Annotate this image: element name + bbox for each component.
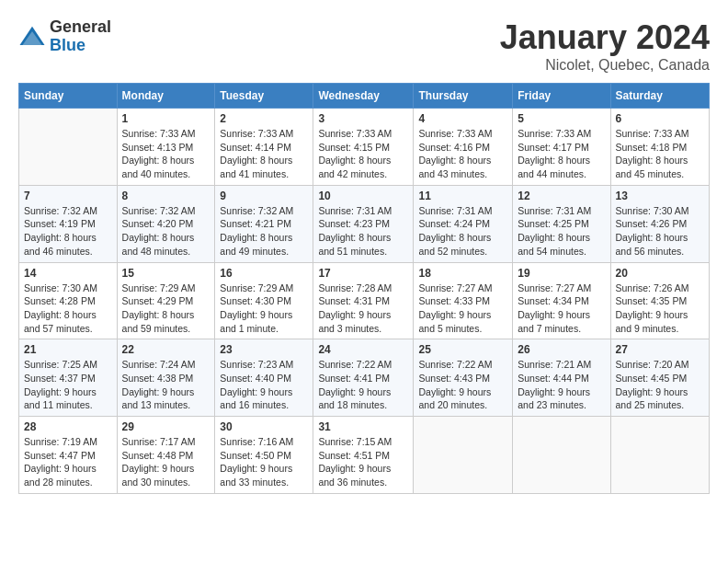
calendar-cell: 19Sunrise: 7:27 AM Sunset: 4:34 PM Dayli… bbox=[513, 262, 610, 339]
logo: General Blue bbox=[18, 18, 111, 55]
column-header-tuesday: Tuesday bbox=[215, 84, 313, 109]
title-block: January 2024 Nicolet, Quebec, Canada bbox=[500, 18, 710, 74]
day-number: 23 bbox=[220, 343, 308, 356]
day-number: 4 bbox=[418, 112, 507, 125]
column-header-monday: Monday bbox=[117, 84, 215, 109]
day-number: 17 bbox=[318, 267, 408, 280]
subtitle: Nicolet, Quebec, Canada bbox=[500, 57, 710, 74]
column-header-thursday: Thursday bbox=[414, 84, 513, 109]
calendar-cell: 9Sunrise: 7:32 AM Sunset: 4:21 PM Daylig… bbox=[215, 185, 313, 262]
day-number: 22 bbox=[122, 343, 210, 356]
day-number: 7 bbox=[24, 190, 112, 202]
day-number: 1 bbox=[122, 112, 210, 125]
day-number: 6 bbox=[616, 112, 705, 125]
day-info: Sunrise: 7:27 AM Sunset: 4:34 PM Dayligh… bbox=[518, 282, 605, 336]
calendar-cell: 28Sunrise: 7:19 AM Sunset: 4:47 PM Dayli… bbox=[19, 417, 118, 494]
calendar-cell: 30Sunrise: 7:16 AM Sunset: 4:50 PM Dayli… bbox=[215, 417, 313, 494]
day-info: Sunrise: 7:32 AM Sunset: 4:21 PM Dayligh… bbox=[220, 204, 308, 259]
calendar-cell: 21Sunrise: 7:25 AM Sunset: 4:37 PM Dayli… bbox=[19, 339, 118, 417]
day-number: 2 bbox=[220, 112, 308, 125]
day-info: Sunrise: 7:27 AM Sunset: 4:33 PM Dayligh… bbox=[418, 282, 507, 336]
calendar-cell: 17Sunrise: 7:28 AM Sunset: 4:31 PM Dayli… bbox=[313, 262, 414, 339]
calendar-cell bbox=[414, 417, 513, 494]
day-info: Sunrise: 7:20 AM Sunset: 4:45 PM Dayligh… bbox=[616, 358, 705, 412]
day-number: 28 bbox=[24, 420, 112, 433]
day-info: Sunrise: 7:22 AM Sunset: 4:43 PM Dayligh… bbox=[418, 358, 507, 412]
calendar-cell: 5Sunrise: 7:33 AM Sunset: 4:17 PM Daylig… bbox=[513, 109, 610, 186]
day-number: 25 bbox=[418, 343, 507, 356]
logo-general-text: General bbox=[50, 18, 111, 37]
day-info: Sunrise: 7:24 AM Sunset: 4:38 PM Dayligh… bbox=[122, 358, 210, 412]
day-info: Sunrise: 7:33 AM Sunset: 4:18 PM Dayligh… bbox=[616, 127, 705, 181]
day-info: Sunrise: 7:31 AM Sunset: 4:24 PM Dayligh… bbox=[418, 204, 507, 259]
calendar-cell: 25Sunrise: 7:22 AM Sunset: 4:43 PM Dayli… bbox=[414, 339, 513, 417]
week-row-5: 28Sunrise: 7:19 AM Sunset: 4:47 PM Dayli… bbox=[19, 417, 710, 494]
day-info: Sunrise: 7:19 AM Sunset: 4:47 PM Dayligh… bbox=[24, 435, 112, 489]
calendar-cell: 12Sunrise: 7:31 AM Sunset: 4:25 PM Dayli… bbox=[513, 185, 610, 262]
day-number: 19 bbox=[518, 267, 605, 280]
day-number: 31 bbox=[318, 420, 408, 433]
day-number: 8 bbox=[122, 190, 210, 202]
page-header: General Blue January 2024 Nicolet, Quebe… bbox=[18, 18, 710, 74]
day-number: 24 bbox=[318, 343, 408, 356]
calendar-cell: 10Sunrise: 7:31 AM Sunset: 4:23 PM Dayli… bbox=[313, 185, 414, 262]
calendar-cell: 11Sunrise: 7:31 AM Sunset: 4:24 PM Dayli… bbox=[414, 185, 513, 262]
calendar-cell: 7Sunrise: 7:32 AM Sunset: 4:19 PM Daylig… bbox=[19, 185, 118, 262]
day-number: 27 bbox=[616, 343, 705, 356]
calendar-cell bbox=[19, 109, 118, 186]
day-info: Sunrise: 7:22 AM Sunset: 4:41 PM Dayligh… bbox=[318, 358, 408, 412]
calendar-cell: 27Sunrise: 7:20 AM Sunset: 4:45 PM Dayli… bbox=[610, 339, 710, 417]
day-number: 10 bbox=[318, 190, 408, 202]
day-info: Sunrise: 7:30 AM Sunset: 4:26 PM Dayligh… bbox=[616, 204, 705, 259]
calendar-table: SundayMondayTuesdayWednesdayThursdayFrid… bbox=[18, 83, 710, 494]
day-info: Sunrise: 7:31 AM Sunset: 4:23 PM Dayligh… bbox=[318, 204, 408, 259]
calendar-cell: 3Sunrise: 7:33 AM Sunset: 4:15 PM Daylig… bbox=[313, 109, 414, 186]
day-number: 16 bbox=[220, 267, 308, 280]
day-info: Sunrise: 7:29 AM Sunset: 4:29 PM Dayligh… bbox=[122, 282, 210, 336]
calendar-cell: 15Sunrise: 7:29 AM Sunset: 4:29 PM Dayli… bbox=[117, 262, 215, 339]
week-row-3: 14Sunrise: 7:30 AM Sunset: 4:28 PM Dayli… bbox=[19, 262, 710, 339]
calendar-cell bbox=[610, 417, 710, 494]
calendar-cell: 26Sunrise: 7:21 AM Sunset: 4:44 PM Dayli… bbox=[513, 339, 610, 417]
day-info: Sunrise: 7:32 AM Sunset: 4:19 PM Dayligh… bbox=[24, 204, 112, 259]
week-row-4: 21Sunrise: 7:25 AM Sunset: 4:37 PM Dayli… bbox=[19, 339, 710, 417]
day-number: 15 bbox=[122, 267, 210, 280]
day-info: Sunrise: 7:32 AM Sunset: 4:20 PM Dayligh… bbox=[122, 204, 210, 259]
logo-icon bbox=[18, 23, 46, 51]
day-number: 18 bbox=[418, 267, 507, 280]
day-info: Sunrise: 7:25 AM Sunset: 4:37 PM Dayligh… bbox=[24, 358, 112, 412]
day-number: 30 bbox=[220, 420, 308, 433]
column-header-saturday: Saturday bbox=[610, 84, 710, 109]
logo-text: General Blue bbox=[50, 18, 111, 55]
calendar-cell: 6Sunrise: 7:33 AM Sunset: 4:18 PM Daylig… bbox=[610, 109, 710, 186]
calendar-cell: 4Sunrise: 7:33 AM Sunset: 4:16 PM Daylig… bbox=[414, 109, 513, 186]
week-row-2: 7Sunrise: 7:32 AM Sunset: 4:19 PM Daylig… bbox=[19, 185, 710, 262]
calendar-cell: 22Sunrise: 7:24 AM Sunset: 4:38 PM Dayli… bbox=[117, 339, 215, 417]
day-number: 20 bbox=[616, 267, 705, 280]
column-header-sunday: Sunday bbox=[19, 84, 118, 109]
day-info: Sunrise: 7:33 AM Sunset: 4:17 PM Dayligh… bbox=[518, 127, 605, 181]
day-info: Sunrise: 7:33 AM Sunset: 4:13 PM Dayligh… bbox=[122, 127, 210, 181]
day-info: Sunrise: 7:33 AM Sunset: 4:16 PM Dayligh… bbox=[418, 127, 507, 181]
day-info: Sunrise: 7:31 AM Sunset: 4:25 PM Dayligh… bbox=[518, 204, 605, 259]
calendar-cell: 14Sunrise: 7:30 AM Sunset: 4:28 PM Dayli… bbox=[19, 262, 118, 339]
calendar-cell: 18Sunrise: 7:27 AM Sunset: 4:33 PM Dayli… bbox=[414, 262, 513, 339]
column-header-friday: Friday bbox=[513, 84, 610, 109]
calendar-cell: 1Sunrise: 7:33 AM Sunset: 4:13 PM Daylig… bbox=[117, 109, 215, 186]
day-number: 13 bbox=[616, 190, 705, 202]
day-info: Sunrise: 7:33 AM Sunset: 4:15 PM Dayligh… bbox=[318, 127, 408, 181]
day-info: Sunrise: 7:17 AM Sunset: 4:48 PM Dayligh… bbox=[122, 435, 210, 489]
day-info: Sunrise: 7:29 AM Sunset: 4:30 PM Dayligh… bbox=[220, 282, 308, 336]
day-info: Sunrise: 7:21 AM Sunset: 4:44 PM Dayligh… bbox=[518, 358, 605, 412]
day-info: Sunrise: 7:30 AM Sunset: 4:28 PM Dayligh… bbox=[24, 282, 112, 336]
day-number: 29 bbox=[122, 420, 210, 433]
day-info: Sunrise: 7:16 AM Sunset: 4:50 PM Dayligh… bbox=[220, 435, 308, 489]
calendar-cell: 31Sunrise: 7:15 AM Sunset: 4:51 PM Dayli… bbox=[313, 417, 414, 494]
day-number: 9 bbox=[220, 190, 308, 202]
day-number: 11 bbox=[418, 190, 507, 202]
day-info: Sunrise: 7:33 AM Sunset: 4:14 PM Dayligh… bbox=[220, 127, 308, 181]
day-info: Sunrise: 7:23 AM Sunset: 4:40 PM Dayligh… bbox=[220, 358, 308, 412]
calendar-cell: 16Sunrise: 7:29 AM Sunset: 4:30 PM Dayli… bbox=[215, 262, 313, 339]
calendar-cell: 29Sunrise: 7:17 AM Sunset: 4:48 PM Dayli… bbox=[117, 417, 215, 494]
day-info: Sunrise: 7:26 AM Sunset: 4:35 PM Dayligh… bbox=[616, 282, 705, 336]
